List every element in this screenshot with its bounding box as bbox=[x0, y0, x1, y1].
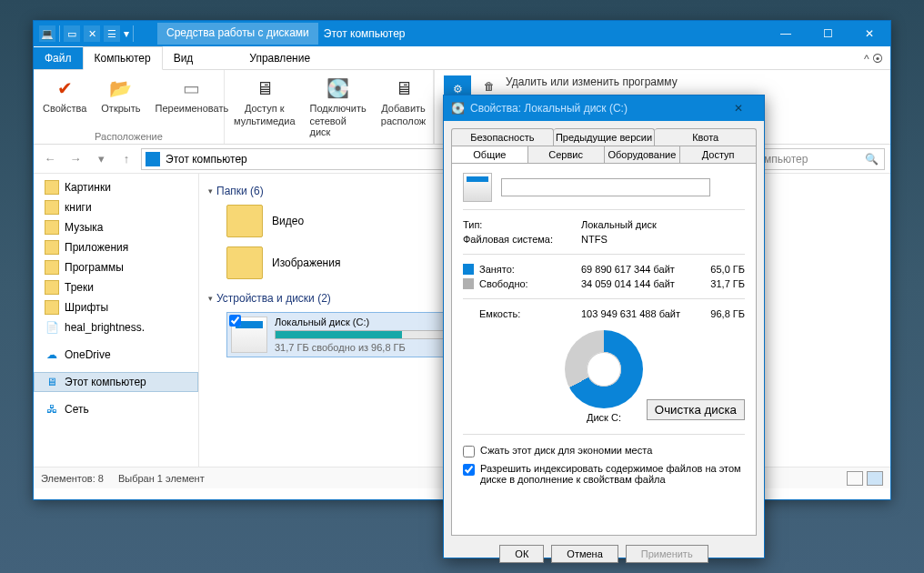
ribbon-rename-button[interactable]: ▭ Переименовать bbox=[152, 74, 233, 116]
dialog-close-button[interactable]: ✕ bbox=[720, 102, 757, 115]
drive-large-icon bbox=[463, 173, 492, 202]
index-checkbox[interactable] bbox=[463, 464, 475, 476]
ribbon-media-access-button[interactable]: 🖥 Доступ к мультимедиа bbox=[230, 74, 299, 128]
search-input[interactable]: мпьютер 🔍 bbox=[758, 148, 885, 170]
folder-icon bbox=[45, 200, 59, 215]
tab-hardware[interactable]: Оборудование bbox=[605, 146, 681, 163]
quick-access-toolbar: 💻 ▭ ✕ ☰ ▾ bbox=[34, 25, 139, 42]
qat-props-icon[interactable]: ☰ bbox=[104, 25, 120, 42]
capacity-bytes: 103 949 631 488 байт bbox=[581, 308, 690, 319]
network-drive-icon: 💽 bbox=[326, 75, 351, 101]
minimize-button[interactable]: — bbox=[765, 21, 807, 46]
rename-icon: ▭ bbox=[179, 75, 205, 101]
system-menu-icon[interactable]: 💻 bbox=[39, 25, 55, 42]
tab-previous-versions[interactable]: Предыдущие версии bbox=[554, 128, 656, 146]
forward-button[interactable]: → bbox=[65, 148, 86, 170]
disk-usage-chart bbox=[565, 330, 643, 408]
volume-label-input[interactable] bbox=[501, 178, 710, 196]
sidebar-item-thispc[interactable]: 🖥Этот компьютер bbox=[34, 372, 198, 392]
tab-view[interactable]: Вид bbox=[163, 47, 205, 69]
view-tiles-button[interactable] bbox=[867, 471, 883, 486]
media-icon: 🖥 bbox=[252, 75, 277, 101]
general-panel: Тип:Локальный диск Файловая система:NTFS… bbox=[451, 163, 757, 536]
close-button[interactable]: ✕ bbox=[849, 21, 890, 46]
apply-button[interactable]: Применить bbox=[626, 545, 708, 563]
tab-computer[interactable]: Компьютер bbox=[83, 46, 163, 70]
used-bytes: 69 890 617 344 байт bbox=[581, 264, 690, 275]
sidebar-item-onedrive[interactable]: ☁OneDrive bbox=[34, 345, 198, 365]
search-icon: 🔍 bbox=[865, 153, 879, 166]
ribbon-tabs: Файл Компьютер Вид Управление ^ ⦿ bbox=[34, 46, 890, 70]
checkmark-icon: ✔ bbox=[52, 75, 77, 101]
dialog-button-row: ОК Отмена Применить bbox=[444, 536, 764, 572]
history-dropdown[interactable]: ▾ bbox=[90, 148, 112, 170]
compress-checkbox[interactable] bbox=[463, 446, 475, 457]
tab-quota[interactable]: Квота bbox=[655, 128, 757, 146]
folder-icon bbox=[45, 280, 59, 295]
network-icon: 🖧 bbox=[45, 402, 59, 417]
qat-close-icon[interactable]: ✕ bbox=[84, 25, 100, 42]
dialog-titlebar: 💽 Свойства: Локальный диск (C:) ✕ bbox=[444, 96, 764, 121]
address-text: Этот компьютер bbox=[166, 153, 247, 166]
ribbon-open-button[interactable]: 📂 Открыть bbox=[97, 74, 144, 116]
sidebar-item-pictures[interactable]: Картинки bbox=[34, 177, 198, 197]
sidebar-item-programs[interactable]: Программы bbox=[34, 257, 198, 277]
fs-value: NTFS bbox=[581, 234, 608, 245]
ribbon-add-location-button[interactable]: 🖥 Добавить располож bbox=[377, 74, 429, 128]
sidebar-item-music[interactable]: Музыка bbox=[34, 217, 198, 237]
sidebar-item-tracks[interactable]: Треки bbox=[34, 277, 198, 297]
free-color-icon bbox=[463, 278, 474, 289]
folder-icon bbox=[45, 260, 59, 275]
used-gb: 65,0 ГБ bbox=[699, 264, 745, 275]
drive-checkbox[interactable] bbox=[229, 315, 241, 327]
free-bytes: 34 059 014 144 байт bbox=[581, 278, 690, 289]
properties-dialog: 💽 Свойства: Локальный диск (C:) ✕ Безопа… bbox=[443, 95, 765, 558]
free-gb: 31,7 ГБ bbox=[699, 278, 745, 289]
sidebar-item-fonts[interactable]: Шрифты bbox=[34, 297, 198, 317]
type-value: Локальный диск bbox=[581, 219, 657, 230]
ribbon-collapse-button[interactable]: ^ ⦿ bbox=[857, 49, 890, 69]
up-button[interactable]: ↑ bbox=[116, 148, 137, 170]
ribbon-properties-button[interactable]: ✔ Свойства bbox=[39, 74, 90, 116]
drive-item-c[interactable]: Локальный диск (C:) 31,7 ГБ свободно из … bbox=[226, 312, 470, 357]
tab-manage[interactable]: Управление bbox=[238, 47, 321, 69]
dialog-title: Свойства: Локальный диск (C:) bbox=[470, 102, 628, 115]
folder-icon bbox=[45, 180, 59, 195]
drive-free-text: 31,7 ГБ свободно из 96,8 ГБ bbox=[275, 342, 466, 353]
folder-open-icon: 📂 bbox=[108, 75, 134, 101]
view-details-button[interactable] bbox=[847, 471, 863, 486]
tab-tools[interactable]: Сервис bbox=[528, 146, 605, 163]
sidebar-item-heal-file[interactable]: 📄heal_brightness. bbox=[34, 317, 198, 337]
dialog-tabs: Безопасность Предыдущие версии Квота Общ… bbox=[444, 121, 764, 163]
status-item-count: Элементов: 8 bbox=[41, 473, 104, 484]
used-color-icon bbox=[463, 264, 474, 275]
window-title: Этот компьютер bbox=[318, 27, 406, 40]
tab-sharing[interactable]: Доступ bbox=[680, 146, 757, 163]
images-folder-icon bbox=[226, 246, 263, 279]
cancel-button[interactable]: Отмена bbox=[551, 545, 618, 563]
index-checkbox-row[interactable]: Разрешить индексировать содержимое файло… bbox=[463, 460, 745, 488]
drive-small-icon: 💽 bbox=[451, 102, 465, 115]
tab-security[interactable]: Безопасность bbox=[451, 128, 554, 146]
sidebar-item-books[interactable]: книги bbox=[34, 197, 198, 217]
sidebar: Картинки книги Музыка Приложения Програм… bbox=[34, 174, 199, 467]
compress-checkbox-row[interactable]: Сжать этот диск для экономии места bbox=[463, 442, 745, 460]
pc-icon bbox=[146, 152, 160, 166]
folder-icon bbox=[45, 300, 59, 315]
tab-general[interactable]: Общие bbox=[451, 146, 528, 163]
back-button[interactable]: ← bbox=[39, 148, 61, 170]
ribbon-context-label: Средства работы с дисками bbox=[157, 23, 318, 45]
ok-button[interactable]: ОК bbox=[499, 545, 544, 563]
capacity-gb: 96,8 ГБ bbox=[699, 308, 745, 319]
sidebar-item-network[interactable]: 🖧Сеть bbox=[34, 399, 198, 419]
disk-cleanup-button[interactable]: Очистка диска bbox=[647, 399, 745, 420]
sidebar-item-apps[interactable]: Приложения bbox=[34, 237, 198, 257]
tab-file[interactable]: Файл bbox=[34, 47, 83, 69]
drive-name: Локальный диск (C:) bbox=[275, 317, 466, 327]
ribbon-map-drive-button[interactable]: 💽 Подключить сетевой диск bbox=[306, 74, 370, 139]
pc-icon: 🖥 bbox=[45, 375, 59, 389]
maximize-button[interactable]: ☐ bbox=[807, 21, 849, 46]
explorer-titlebar: 💻 ▭ ✕ ☰ ▾ Средства работы с дисками Этот… bbox=[34, 21, 890, 46]
folder-icon bbox=[45, 240, 59, 255]
qat-item-icon[interactable]: ▭ bbox=[64, 25, 80, 42]
